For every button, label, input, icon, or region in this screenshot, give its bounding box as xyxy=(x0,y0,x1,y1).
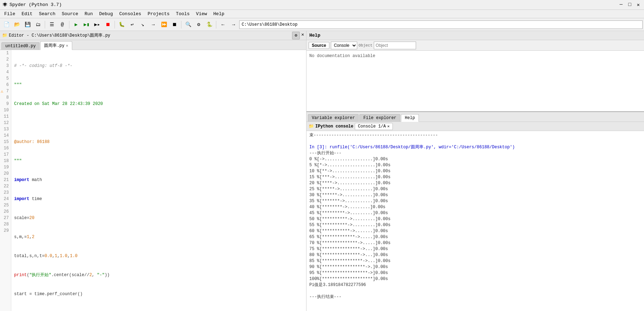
at-button[interactable]: @ xyxy=(57,20,67,30)
continue-button[interactable]: ⏩ xyxy=(159,20,169,30)
line-num-6: 6 xyxy=(0,82,11,88)
menu-source[interactable]: Source xyxy=(59,11,81,17)
run-selection-button[interactable]: ▶▸ xyxy=(92,20,102,30)
line-num-3: 3 xyxy=(0,63,11,69)
editor-title-left: 📁 Editor - C:\Users\86188\Desktop\圆周率.py xyxy=(2,32,110,38)
save-all-button[interactable]: 🗂 xyxy=(33,20,43,30)
menu-search[interactable]: Search xyxy=(36,11,58,17)
path-input[interactable] xyxy=(239,20,643,29)
editor-folder-icon: 📁 xyxy=(2,33,7,38)
code-area: 1 2 3 4 5 6 ⚠7 8 9 10 11 12 13 14 15 16 … xyxy=(0,50,306,311)
line-num-11: 11 xyxy=(0,113,11,120)
line-num-28: 28 xyxy=(0,221,11,228)
stop-debug-button[interactable]: ⏹ xyxy=(169,20,179,30)
tab-variable-explorer[interactable]: Variable explorer xyxy=(308,114,359,122)
progress-95: 95 %[******************->]0.00s xyxy=(309,270,641,276)
debug-button[interactable]: 🐛 xyxy=(117,20,126,30)
progress-60: 60 %[***********->.......]0.00s xyxy=(309,228,641,234)
progress-35: 35 %[*******->...........]0.00s xyxy=(309,198,641,204)
console-title: IPython console xyxy=(315,124,353,129)
help-object-input[interactable] xyxy=(374,42,416,49)
progress-90: 90 %[*****************->.]0.00s xyxy=(309,264,641,270)
help-toolbar: Source Console Object xyxy=(306,40,644,51)
line-num-10: 10 xyxy=(0,107,11,113)
menu-projects[interactable]: Projects xyxy=(145,11,172,17)
code-line-7: import math xyxy=(14,177,306,183)
menu-tools[interactable]: Tools xyxy=(173,11,192,17)
find-button[interactable]: 🔍 xyxy=(183,20,193,30)
step-button[interactable]: ↩ xyxy=(127,20,137,30)
menu-consoles[interactable]: Consoles xyxy=(116,11,144,17)
line-num-16: 16 xyxy=(0,145,11,151)
forward-button[interactable]: → xyxy=(229,20,239,30)
progress-50: 50 %[**********->.........]0.00s xyxy=(309,216,641,222)
python-button[interactable]: 🐍 xyxy=(204,20,214,30)
toolbar-sep-2 xyxy=(69,21,69,29)
menu-help[interactable]: Help xyxy=(211,11,227,17)
step-over-button[interactable]: → xyxy=(148,20,158,30)
run-button[interactable]: ▶ xyxy=(71,20,81,30)
progress-65: 65 %[*************->.....]0.00s xyxy=(309,234,641,240)
progress-80: 80 %[***************->...]0.00s xyxy=(309,252,641,258)
help-source-button[interactable]: Source xyxy=(309,42,329,49)
help-title: Help xyxy=(309,33,320,38)
console-tab-1[interactable]: Console 1/A ✕ xyxy=(355,123,393,130)
code-line-2: """ xyxy=(14,82,306,88)
run-cell-button[interactable]: ▶▮ xyxy=(82,20,92,30)
progress-100: 100%[********************]0.00s xyxy=(309,276,641,282)
menu-run[interactable]: Run xyxy=(82,11,95,17)
code-line-6: """ xyxy=(14,158,306,164)
step-into-button[interactable]: ↘ xyxy=(138,20,148,30)
maximize-button[interactable]: □ xyxy=(627,2,632,8)
menu-debug[interactable]: Debug xyxy=(96,11,116,17)
code-content[interactable]: # -*- coding: utf-8 -*- """ Created on S… xyxy=(11,50,306,311)
code-line-10: s,m,=1,2 xyxy=(14,234,306,240)
editor-tabs: untitled0.py 圆周率.py ✕ xyxy=(0,40,306,50)
code-line-11: total,s,n,t=0.0,1,1.0,1.0 xyxy=(14,253,306,259)
console-tab-close[interactable]: ✕ xyxy=(387,124,390,129)
tab-yuanzhourate[interactable]: 圆周率.py ✕ xyxy=(40,41,72,50)
help-console-dropdown[interactable]: Console xyxy=(331,42,357,49)
toolbar-sep-5 xyxy=(216,21,216,29)
line-num-8: 8 xyxy=(0,94,11,101)
back-button[interactable]: ← xyxy=(218,20,228,30)
editor-title-bar: 📁 Editor - C:\Users\86188\Desktop\圆周率.py… xyxy=(0,31,306,40)
menu-edit[interactable]: Edit xyxy=(19,11,35,17)
menu-view[interactable]: View xyxy=(193,11,210,17)
line-num-27: 27 xyxy=(0,215,11,221)
editor-title-controls: ⚙ ✕ xyxy=(292,32,304,39)
console-exec-start: ---执行开始--- xyxy=(309,150,641,156)
console-output[interactable]: 束---------------------------------------… xyxy=(306,131,644,311)
editor-close-button[interactable]: ✕ xyxy=(301,32,304,39)
new-file-button[interactable]: 📄 xyxy=(1,20,11,30)
toolbar-sep-3 xyxy=(114,21,115,29)
minimize-button[interactable]: ─ xyxy=(618,2,624,8)
progress-5: 5 %[*->...................]0.00s xyxy=(309,162,641,168)
close-button[interactable]: ✕ xyxy=(636,2,641,8)
outline-button[interactable]: ☰ xyxy=(47,20,57,30)
right-panel: Help Source Console Object No documentat… xyxy=(306,31,644,311)
console-sep-line: 束---------------------------------------… xyxy=(309,132,641,138)
open-file-button[interactable]: 📂 xyxy=(12,20,22,30)
tab-untitled0[interactable]: untitled0.py xyxy=(1,42,39,50)
app-title: Spyder (Python 3.7) xyxy=(10,2,62,7)
menu-file[interactable]: File xyxy=(1,11,18,17)
line-num-7: ⚠7 xyxy=(0,88,11,94)
nav-buttons: ← → xyxy=(218,20,239,30)
line-num-24: 24 xyxy=(0,196,11,202)
menu-bar: File Edit Search Source Run Debug Consol… xyxy=(0,10,644,18)
progress-10: 10 %[**->.................]0.00s xyxy=(309,168,641,174)
progress-45: 45 %[*********->.........]0.00s xyxy=(309,210,641,216)
save-file-button[interactable]: 💾 xyxy=(23,20,32,30)
line-num-12: 12 xyxy=(0,120,11,126)
settings-button[interactable]: ⚙ xyxy=(194,20,204,30)
line-num-22: 22 xyxy=(0,183,11,189)
editor-settings-button[interactable]: ⚙ xyxy=(292,32,300,39)
tab-yuanzhourate-close[interactable]: ✕ xyxy=(66,43,68,48)
stop-button[interactable]: ⏹ xyxy=(103,20,113,30)
tab-file-explorer[interactable]: File explorer xyxy=(359,114,400,122)
title-bar-controls: ─ □ ✕ xyxy=(618,2,641,8)
line-num-9: 9 xyxy=(0,101,11,107)
help-section: Help Source Console Object No documentat… xyxy=(306,31,644,112)
tab-help[interactable]: Help xyxy=(401,114,419,122)
